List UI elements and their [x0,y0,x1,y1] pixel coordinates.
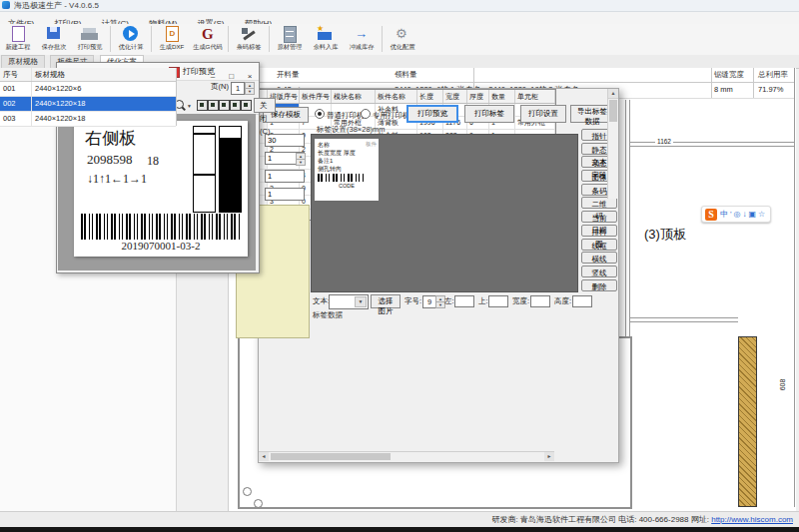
cad-part-label: (3)顶板 [644,226,686,244]
tool-hline-button[interactable]: 横线 [581,252,617,264]
save-batch-button[interactable]: 保存批次 [36,24,72,54]
cad-page-right-edge [794,68,795,507]
template-remark-field[interactable]: 备注1 [318,157,376,165]
page-number-label: 页(N) [211,82,229,92]
print-label-button[interactable]: 打印标签 [464,105,514,123]
new-project-button[interactable]: 新建工程 [0,24,36,54]
template-code-text: CODE [318,182,376,190]
remnant-instock-button[interactable]: ★ 余料入库 [308,24,344,54]
label-margin-input[interactable] [265,170,305,183]
view-100-icon[interactable] [219,100,230,111]
export-dxf-button[interactable]: D 生成DXF [154,24,190,54]
website-link[interactable]: http://www.hiscom.com [711,515,793,524]
cad-hole-circle [243,487,252,496]
optimize-calc-button[interactable]: 优化计算 [113,24,149,54]
radio-special-printer[interactable]: 专用打印机 [361,109,410,121]
tool-vline-button[interactable]: 竖线 [581,266,617,277]
view-whole-page-icon[interactable] [197,100,208,111]
radio-on-icon [315,109,325,119]
left-input[interactable] [454,295,474,307]
label-design-canvas[interactable]: 板件 名称 长度宽度 厚度 备注1 侧孔转向 CODE [311,134,578,292]
edge-banding-text: ↓1↑1←1→1 [87,172,147,187]
page-spin-down-icon[interactable]: ▼ [245,88,255,95]
optimize-config-button[interactable]: ⚙ 优化配置 [385,24,420,54]
barcode-label-button[interactable]: 条码标签 [231,24,267,54]
preview-area: 右侧板 2098598 18 ↓1↑1←1→1 2019070001-03-2 [58,114,256,270]
cad-right-dimension: 608 [779,379,786,391]
raw-material-button[interactable]: 原材管理 [272,24,308,54]
tool-wireframe-button[interactable]: 线框 [581,239,617,251]
part-dims-text: 2098598 [87,152,133,168]
height-input[interactable] [572,295,592,307]
gear-icon: ⚙ [396,26,407,41]
text-combo[interactable]: ▼ [329,294,369,309]
preview-close-button[interactable]: 关闭(C) [254,98,276,113]
cad-hole-circle [254,499,263,508]
app-icon [2,1,10,9]
tool-date-button[interactable]: 当前日期 [581,211,617,223]
label-template-card[interactable]: 板件 名称 长度宽度 厚度 备注1 侧孔转向 CODE [315,139,379,201]
sogou-logo-icon: S [705,209,717,221]
nesting-diagram-right-bar [219,126,242,213]
materials-row[interactable]: 003 2440×1220×18 [0,112,176,127]
height-label: 高度: [554,294,571,308]
result-grid-header: 开料量 领料量 锯缝宽度 总利用率 [229,68,795,83]
nesting-diagram-left-bar [193,126,216,213]
print-settings-button[interactable]: 打印设置 [520,105,566,123]
dxf-file-icon: D [166,26,179,42]
materials-row-selected[interactable]: 002 2440×1220×18 [0,97,176,112]
maker-label: 研发商: [491,515,517,524]
page-number-value[interactable]: 1 [231,82,245,95]
tool-delete-button[interactable]: 删除 [581,279,617,291]
bottom-edge [0,527,799,532]
toolbar-separator [228,26,229,52]
label-designer-dialog: × 保存模板 ▲ ▼ 普通打印机 专用打印机 打印预览 打印标签 打印设置 导出… [258,88,619,463]
view-multi-pages-icon[interactable] [241,100,252,111]
font-size-value[interactable]: 9 [422,295,436,308]
main-toolbar: 新建工程 保存批次 打印预览 优化计算 D 生成DXF G 生成G代码 条码标签 [0,24,799,56]
arrow-right-icon: → [355,26,368,41]
url-label: 网址: [691,515,709,524]
part-name-text: 右侧板 [85,127,136,150]
template-barcode[interactable] [318,174,364,182]
window-title: 海迅极速生产 - V4.0.6.5 [14,0,99,11]
deduct-stock-button[interactable]: → 冲减库存 [344,24,380,54]
font-size-label: 字号: [404,294,421,308]
save-icon [47,27,60,39]
tool-nesting-diagram-button[interactable]: 排料图 [581,225,617,237]
label-preview-card: 右侧板 2098598 18 ↓1↑1←1→1 2019070001-03-2 [74,121,248,257]
radio-off-icon [361,109,371,119]
tool-qrcode-button[interactable]: 二维码 [581,197,617,209]
template-holes-field[interactable]: 侧孔转向 [318,165,376,173]
ime-toolbar[interactable]: S 中'◎↓▣☆ [701,206,771,223]
spin-down-icon[interactable]: ▼ [296,159,306,166]
zoom-dropdown-icon[interactable]: ▼ [187,103,192,109]
part-thickness-text: 18 [147,154,159,169]
label-gap-input[interactable] [265,188,305,201]
print-preview-dialog-button[interactable]: 打印预览 [406,105,458,123]
print-preview-button[interactable]: 打印预览 [72,24,108,54]
template-dims-field[interactable]: 长度宽度 厚度 [318,149,376,157]
table-header-row: 排版序号 板件序号 模块名称 板件名称 长度 宽度 厚度 数量 单元柜 打印 [260,90,555,104]
top-label: 上: [478,294,488,308]
toolbar-separator [151,26,152,52]
radio-normal-printer[interactable]: 普通打印机 [315,109,365,121]
materials-header-row: 序号 板材规格 [0,68,176,82]
chevron-down-icon[interactable]: ▼ [355,296,367,307]
pick-image-button[interactable]: 选择图片 [371,294,400,308]
gcode-button[interactable]: G 生成G代码 [190,24,226,54]
toolbar-separator [382,26,383,52]
barcode-text: 2019070001-03-2 [74,240,248,252]
tab-raw-specs[interactable]: 原材规格 [1,55,45,68]
cad-hatched-bar [738,336,757,507]
label-width-input[interactable] [265,134,305,147]
materials-row[interactable]: 001 2440×1220×6 [0,82,176,97]
top-input[interactable] [488,295,508,307]
view-page-width-icon[interactable] [208,100,219,111]
view-two-pages-icon[interactable] [230,100,241,111]
cad-vertical-line [625,100,626,336]
width-input[interactable] [530,295,550,307]
ime-mode-icons: 中'◎↓▣☆ [720,209,767,220]
maker-value: 青岛海迅软件工程有限公司 [520,515,616,524]
phone-label: 电话: [618,515,636,524]
